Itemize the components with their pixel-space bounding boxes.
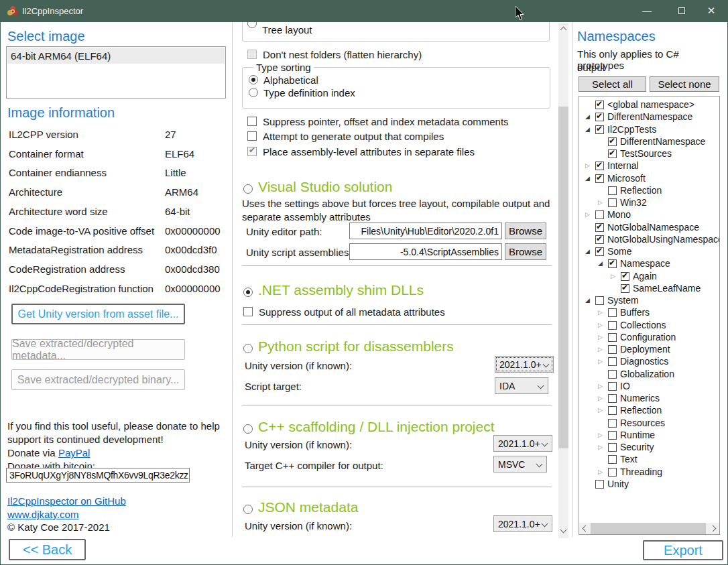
tree-item-label[interactable]: Configuration [620,332,676,342]
tree-item-threading[interactable]: ▷Threading [579,466,719,479]
tree-expand-icon[interactable]: ▷ [585,211,590,218]
tree-item-mono[interactable]: ▷Mono [579,209,719,221]
tree-item-label[interactable]: Text [620,454,638,464]
tree-item-numerics[interactable]: ▷Numerics [579,393,719,405]
tree-item-label[interactable]: Globalization [620,369,674,379]
tree-expand-icon[interactable]: ▷ [598,383,603,389]
tree-item-label[interactable]: Resources [620,418,665,428]
tree-collapse-icon[interactable]: ◢ [585,175,590,182]
tree-expand-icon[interactable]: ▷ [598,199,603,206]
tree-item-globalization[interactable]: Globalization [579,369,719,381]
scroll-left-icon[interactable] [583,525,589,532]
tree-item-checkbox[interactable] [608,370,617,379]
tree-item-checkbox[interactable] [608,468,617,477]
tree-item-notglobalusingnamespace[interactable]: NotGlobalUsingNamespace [579,234,719,246]
tree-item-notglobalnamespace[interactable]: NotGlobalNamespace [579,222,719,234]
tree-h-scrollbar[interactable] [579,523,719,534]
tree-item-label[interactable]: Deployment [620,344,670,355]
tree-expand-icon[interactable]: ▷ [598,322,603,328]
tree-item-label[interactable]: Security [620,442,654,452]
tree-item-deployment[interactable]: ▷Deployment [579,344,719,356]
tree-item-system[interactable]: ◢System [579,295,719,307]
tree-item-checkbox[interactable] [608,333,617,342]
tree-item-label[interactable]: System [607,295,639,306]
tree-item-checkbox[interactable] [608,357,617,366]
tree-item-configuration[interactable]: ▷Configuration [579,332,719,344]
maximize-icon[interactable] [670,1,694,22]
tree-item-checkbox[interactable] [595,174,604,183]
tree-item-checkbox[interactable] [595,162,604,170]
tree-item-checkbox[interactable] [608,345,617,354]
tree-item-label[interactable]: IO [620,381,630,391]
tree-expand-icon[interactable]: ▷ [598,358,603,365]
tree-item-label[interactable]: DifferentNamespace [620,136,705,147]
tree-item-checkbox[interactable] [595,210,604,219]
tree-collapse-icon[interactable]: ◢ [585,297,590,304]
export-button[interactable]: Export [643,540,723,560]
tree-item-label[interactable]: Buffers [620,307,650,318]
namespaces-tree[interactable]: <global namespace>◢DifferentNamespace◢Il… [579,96,720,535]
tree-item-win32[interactable]: ▷Win32 [579,197,719,209]
tree-item-label[interactable]: TestSources [620,148,672,159]
title-bar[interactable]: Il2CppInspector — ✕ [1,1,727,22]
tree-item-checkbox[interactable] [595,113,604,121]
tree-item-label[interactable]: Reflection [620,405,662,416]
tree-item-collections[interactable]: ▷Collections [579,320,719,332]
tree-item-some[interactable]: ◢Some [579,246,719,258]
tree-item-unity[interactable]: Unity [579,479,719,491]
tree-item-sameleafname[interactable]: SameLeafName [579,283,719,295]
tree-item-reflection[interactable]: ▷Reflection [579,405,719,417]
tree-item-checkbox[interactable] [608,198,617,207]
tree-collapse-icon[interactable]: ◢ [585,248,590,255]
tree-item-checkbox[interactable] [608,443,617,452]
minimize-icon[interactable]: — [635,1,659,22]
tree-expand-icon[interactable]: ▷ [598,309,603,316]
tree-item-checkbox[interactable] [608,382,617,391]
tree-item-label[interactable]: Mono [607,209,631,220]
tree-item-checkbox[interactable] [621,272,629,281]
tree-item-checkbox[interactable] [621,284,629,293]
tree-item-security[interactable]: ▷Security [579,442,719,454]
tree-item-label[interactable]: DifferentNamespace [607,111,692,122]
tree-item-label[interactable]: Diagnostics [620,356,668,367]
tree-item-label[interactable]: NotGlobalNamespace [607,222,699,233]
tree-item-label[interactable]: Collections [620,320,666,330]
tree-item-io[interactable]: ▷IO [579,381,719,393]
tree-item-checkbox[interactable] [608,137,617,146]
tree-item-label[interactable]: Microsoft [607,173,646,184]
tree-item-label[interactable]: Some [607,246,632,257]
tree-item-runtime[interactable]: ▷Runtime [579,430,719,442]
tree-item-checkbox[interactable] [595,247,604,256]
tree-item-checkbox[interactable] [608,149,617,158]
tree-collapse-icon[interactable]: ◢ [585,113,590,120]
tree-expand-icon[interactable]: ▷ [598,432,603,438]
tree-item-label[interactable]: Namespace [620,258,670,269]
tree-item-label[interactable]: Again [633,271,657,281]
tree-item-resources[interactable]: Resources [579,418,719,430]
tree-item-label[interactable]: SameLeafName [633,283,701,294]
tree-item-checkbox[interactable] [595,223,604,232]
tree-item-checkbox[interactable] [595,125,604,134]
tree-item-differentnamespace[interactable]: ◢DifferentNamespace [579,111,719,123]
tree-item-checkbox[interactable] [608,394,617,403]
tree-item-namespace[interactable]: ◢Namespace [579,258,719,270]
tree-item-checkbox[interactable] [595,235,604,244]
tree-item-microsoft[interactable]: ◢Microsoft [579,173,719,185]
tree-collapse-icon[interactable]: ◢ [585,126,590,133]
tree-item-differentnamespace[interactable]: DifferentNamespace [579,136,719,148]
tree-item-reflection[interactable]: Reflection [579,185,719,197]
tree-item-label[interactable]: Reflection [620,185,662,196]
tree-expand-icon[interactable]: ▷ [598,334,603,340]
tree-item-diagnostics[interactable]: ▷Diagnostics [579,356,719,368]
tree-item-internal[interactable]: ▷Internal [579,160,719,172]
tree-expand-icon[interactable]: ▷ [611,273,615,279]
tree-item-label[interactable]: Unity [607,479,629,489]
scroll-right-icon[interactable] [710,525,717,532]
tree-item-checkbox[interactable] [608,419,617,428]
tree-item-checkbox[interactable] [595,480,604,489]
tree-item-label[interactable]: <global namespace> [607,99,694,110]
tree-item-checkbox[interactable] [608,308,617,317]
tree-item-label[interactable]: Runtime [620,430,655,440]
tree-collapse-icon[interactable]: ◢ [598,260,603,267]
tree-item-checkbox[interactable] [608,259,617,268]
